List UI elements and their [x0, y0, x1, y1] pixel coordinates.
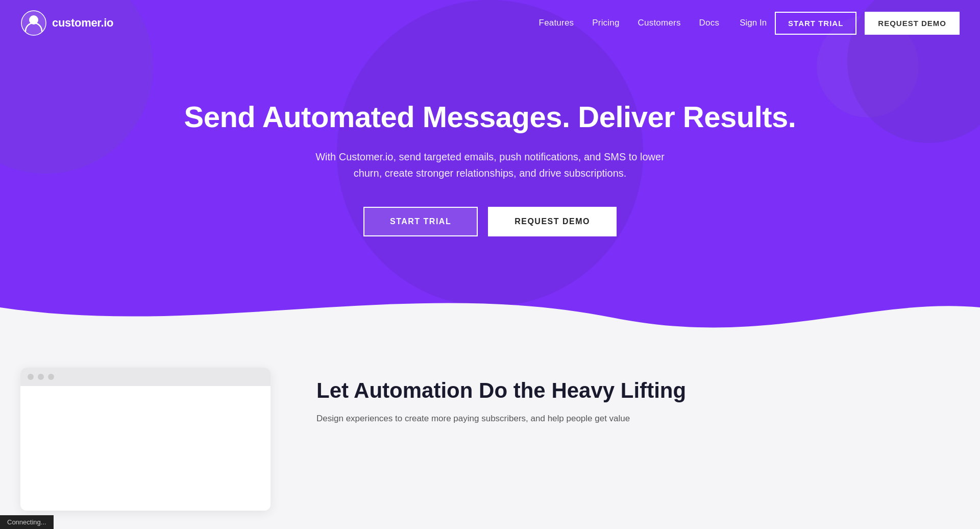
below-right: Let Automation Do the Heavy Lifting Desi…	[316, 368, 960, 426]
nav-links: Features Pricing Customers Docs	[539, 18, 720, 28]
request-demo-nav-button[interactable]: REQUEST DEMO	[865, 12, 960, 35]
below-left	[20, 368, 276, 511]
hero-section: Send Automated Messages. Deliver Results…	[0, 0, 980, 337]
start-trial-hero-button[interactable]: START TRIAL	[363, 207, 478, 236]
status-text: Connecting...	[7, 518, 46, 526]
hero-headline: Send Automated Messages. Deliver Results…	[184, 101, 796, 133]
nav-customers[interactable]: Customers	[638, 18, 681, 28]
status-bar: Connecting...	[0, 515, 54, 529]
start-trial-nav-button[interactable]: START TRIAL	[775, 12, 856, 35]
device-bar	[20, 368, 271, 386]
hero-subtext: With Customer.io, send targeted emails, …	[311, 149, 669, 181]
section-subtext: Design experiences to create more paying…	[316, 412, 960, 425]
device-mockup	[20, 368, 271, 511]
nav-pricing[interactable]: Pricing	[592, 18, 619, 28]
sign-in-link[interactable]: Sign In	[740, 18, 767, 28]
dot-3	[48, 374, 54, 380]
hero-buttons: START TRIAL REQUEST DEMO	[184, 207, 796, 236]
brand-name: customer.io	[52, 16, 113, 30]
nav-docs[interactable]: Docs	[699, 18, 720, 28]
logo-icon	[20, 10, 47, 36]
hero-content: Send Automated Messages. Deliver Results…	[174, 101, 806, 236]
section-heading: Let Automation Do the Heavy Lifting	[316, 378, 960, 403]
logo-link[interactable]: customer.io	[20, 10, 113, 36]
dot-2	[38, 374, 44, 380]
navbar: customer.io Features Pricing Customers D…	[0, 0, 980, 46]
nav-right: Sign In START TRIAL REQUEST DEMO	[740, 12, 960, 35]
dot-1	[28, 374, 34, 380]
request-demo-hero-button[interactable]: REQUEST DEMO	[488, 207, 617, 236]
below-hero-section: Let Automation Do the Heavy Lifting Desi…	[0, 337, 980, 529]
nav-features[interactable]: Features	[539, 18, 574, 28]
hero-wave	[0, 277, 980, 337]
